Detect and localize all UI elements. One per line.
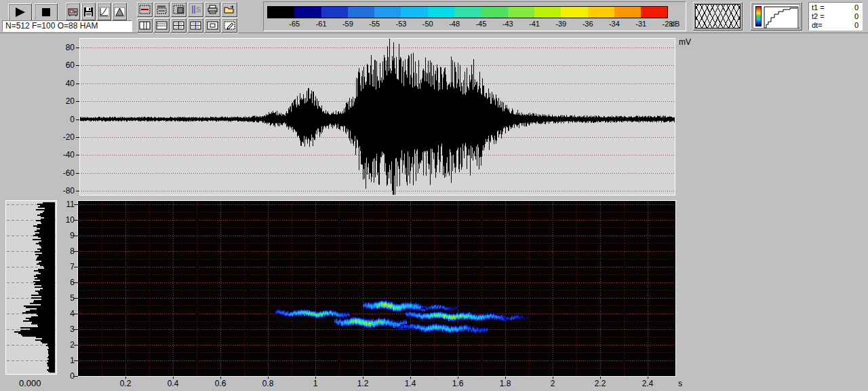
time-position-readout: 0.000 [19, 378, 41, 388]
time-tick [458, 377, 458, 379]
window-overlap-button[interactable] [693, 2, 743, 31]
frequency-tick-label: 2 [54, 340, 75, 350]
layout-grid-icon [173, 21, 184, 30]
frequency-tick [74, 251, 78, 252]
window-overlap-icon [695, 4, 741, 29]
oscillogram-tick-label: 0 [54, 115, 75, 124]
colorbar-tick-label: -31 [635, 20, 646, 28]
spectrogram-plot[interactable] [77, 200, 676, 377]
window-function-icon [114, 7, 125, 17]
layout-columns-icon [139, 21, 151, 30]
colorbar-tick-label: -43 [502, 20, 513, 28]
oscillogram-tick [76, 173, 79, 174]
time-tick-label: 1.2 [349, 379, 376, 388]
oscillogram-tick-label: -20 [54, 132, 75, 142]
colorbar-blocks [267, 6, 668, 18]
frequency-tick-label: 4 [54, 309, 75, 318]
status-text: N=512 F=100 O=88 HAM [5, 21, 98, 31]
readout-row-dt: dt= 0 [812, 21, 859, 30]
mapping-curve-icon [763, 5, 800, 30]
spectrum-panel[interactable] [5, 200, 57, 375]
frequency-tick [74, 204, 78, 205]
time-tick [648, 377, 648, 379]
layout-rows-button[interactable] [154, 18, 170, 33]
colorbar-tick-label: -55 [369, 20, 380, 28]
colorbar-tick-label: -41 [529, 20, 540, 28]
colorbar-block [641, 7, 667, 18]
time-tick [173, 377, 174, 379]
spectrogram-settings-button[interactable] [154, 2, 170, 17]
signal-settings-button[interactable]: S [188, 2, 203, 17]
layout-inner-box-button[interactable] [205, 18, 220, 33]
spectrum-canvas[interactable] [6, 201, 56, 374]
save-button[interactable] [81, 3, 96, 20]
readout-row-t2: t2 = 0 [812, 12, 859, 21]
frequency-tick-label: 10 [54, 215, 75, 225]
time-tick [220, 377, 221, 379]
time-tick-label: 0.6 [207, 379, 234, 388]
frequency-tick-label: 6 [54, 278, 75, 287]
colorbar-tick-label: -39 [555, 20, 566, 28]
waveform-display-icon [139, 5, 151, 14]
open-file-button[interactable] [222, 2, 237, 17]
oscillogram-tick-label: -80 [54, 186, 75, 196]
colorbar-tick-label: -34 [609, 20, 620, 28]
annotate-button[interactable] [222, 18, 237, 33]
layout-columns-button[interactable] [137, 18, 153, 33]
colorbar-tick-label: -53 [396, 20, 407, 28]
oscillogram-plot[interactable] [79, 38, 675, 196]
frequency-tick [74, 220, 78, 221]
frequency-tick-label: 5 [54, 293, 75, 303]
region-select-icon [173, 5, 184, 14]
colorbar-tick-label: -59 [342, 20, 353, 28]
time-tick-label: 2 [539, 379, 566, 388]
audio-device-button[interactable] [66, 3, 80, 20]
window-function-button[interactable] [113, 3, 127, 20]
time-tick-label: 1.4 [397, 379, 424, 388]
oscillogram-unit-label: mV [679, 37, 691, 47]
layout-grid-button[interactable] [171, 18, 186, 33]
oscillogram-tick [76, 191, 79, 191]
oscillogram-tick-label: -60 [54, 168, 75, 178]
time-tick [363, 377, 363, 379]
time-tick-label: 0.2 [112, 379, 139, 388]
frequency-tick-label: 0 [54, 371, 75, 381]
oscillogram-tick-label: -40 [54, 150, 75, 160]
layout-grid-blue-icon [190, 21, 201, 30]
frequency-tick-label: 9 [54, 231, 75, 240]
stop-button[interactable] [34, 3, 58, 21]
frequency-tick [74, 314, 78, 314]
open-file-icon [224, 5, 235, 14]
time-tick [600, 377, 601, 379]
time-tick-label: 1.6 [444, 379, 471, 388]
time-tick [125, 377, 126, 379]
frequency-tick-label: 1 [54, 356, 75, 365]
time-unit-label: s [678, 379, 682, 388]
waveform-display-button[interactable] [137, 2, 153, 17]
print-button[interactable] [205, 2, 220, 17]
colorbar-block [481, 7, 507, 18]
colorbar-block [374, 7, 401, 18]
dt-value: 0 [854, 21, 859, 30]
dt-label: dt= [812, 21, 823, 30]
colorbar-tick-label: -48 [449, 20, 460, 28]
oscillogram-tick-label: 20 [54, 96, 75, 106]
time-tick-label: 2.4 [634, 379, 661, 388]
transfer-curve-button[interactable] [97, 3, 111, 20]
colorbar-block [454, 7, 481, 18]
region-select-button[interactable] [171, 2, 186, 17]
play-button[interactable] [8, 3, 32, 21]
colorbar-block [321, 7, 348, 18]
play-icon [14, 7, 26, 17]
t2-value: 0 [854, 12, 859, 21]
layout-grid-blue-button[interactable] [188, 18, 203, 33]
frequency-tick [74, 329, 78, 330]
spectrogram-canvas[interactable] [78, 201, 675, 376]
colorbar-tick-label: -61 [316, 20, 327, 28]
colorbar-block [534, 7, 561, 18]
spectrogram-settings-icon [156, 5, 167, 14]
oscillogram-canvas[interactable] [80, 39, 675, 195]
colorbar-block [294, 7, 321, 18]
audio-device-icon [67, 7, 79, 17]
amplitude-mapping-button[interactable] [751, 2, 802, 31]
